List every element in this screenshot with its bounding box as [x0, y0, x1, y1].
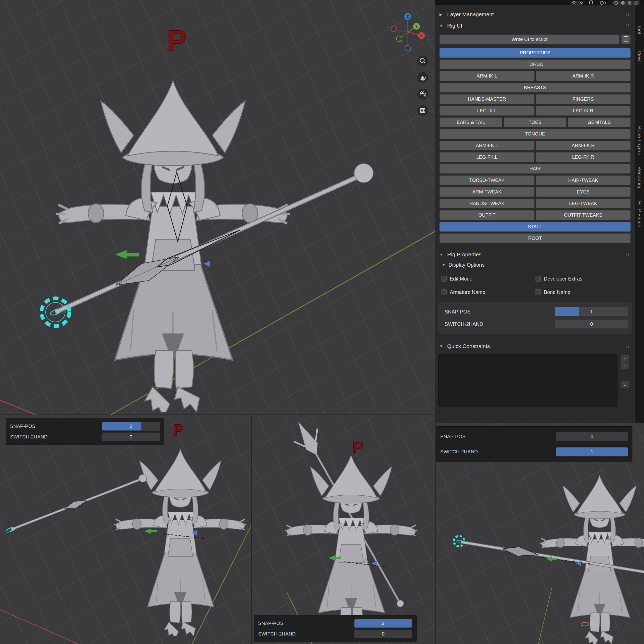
rig-layer-button-root[interactable]: ROOT	[439, 233, 631, 243]
rig-layer-button-staff[interactable]: STAFF	[439, 222, 631, 232]
foot-widget[interactable]	[581, 622, 589, 626]
checkbox-box[interactable]	[535, 289, 541, 295]
axis-y-neg-ball[interactable]	[396, 36, 402, 42]
rig-layer-button-tongue[interactable]: TONGUE	[439, 129, 631, 139]
snap-pos-slider[interactable]: 1	[555, 307, 629, 316]
viewport-bottom-middle[interactable]: P	[251, 415, 435, 644]
rig-layer-button-leg-ik-r[interactable]: LEG-IK.R	[536, 106, 631, 116]
panel-grip-icon[interactable]	[625, 252, 631, 257]
checkbox-box[interactable]	[441, 289, 447, 295]
shading-solid-icon[interactable]	[621, 1, 625, 5]
snap-pos-slider[interactable]: 3	[354, 619, 412, 628]
character-model[interactable]	[56, 80, 290, 415]
remove-constraint-button[interactable]: −	[621, 362, 629, 370]
viewport-main[interactable]: P Z Y X	[0, 0, 435, 415]
checkbox-armature-name[interactable]: Armature Name	[441, 287, 535, 297]
rig-layer-button-hands-master[interactable]: HANDS-MASTER	[439, 94, 535, 104]
collapse-arrow-icon[interactable]: ▼	[442, 263, 445, 267]
snap-pos-slider[interactable]: 0	[556, 432, 628, 441]
pose-marker-text[interactable]: P	[352, 439, 363, 455]
rig-layer-button-properties[interactable]: PROPERTIES	[439, 48, 631, 58]
checkbox-edit-mode[interactable]: Edit Mode	[441, 274, 535, 284]
pose-marker-text[interactable]: P	[173, 422, 184, 438]
rig-layer-button-hair-tweak[interactable]: HAIR-TWEAK	[536, 175, 631, 185]
overlay-panel-bottom-left: SNAP-POS 2 SWITCH-2HAND 0	[6, 418, 164, 445]
zoom-tool-button[interactable]	[417, 56, 428, 66]
checkbox-developer-extras[interactable]: Developer Extras	[535, 274, 629, 284]
checkbox-box[interactable]	[535, 276, 541, 282]
shading-material-icon[interactable]	[628, 1, 631, 5]
subpanel-title: Display Options	[448, 262, 485, 268]
collapse-arrow-icon[interactable]: ▼	[439, 24, 444, 28]
checkbox-bone-name[interactable]: Bone Name	[535, 287, 629, 297]
collapse-arrow-icon[interactable]: ▼	[439, 252, 444, 257]
viewport-bottom-left[interactable]: P	[0, 415, 251, 644]
rig-layer-button-arm-fk-l[interactable]: ARM-FK.L	[439, 141, 535, 150]
rig-layer-button-genitals[interactable]: GENITALS	[568, 117, 631, 127]
panel-header-layer-management[interactable]: ▶ Layer Management	[435, 9, 635, 20]
constraints-menu-button[interactable]: ⌄	[621, 380, 629, 388]
rig-layer-button-hands-tweak[interactable]: HANDS-TWEAK	[439, 199, 535, 208]
rig-layer-button-outfit-tweaks[interactable]: OUTFIT TWEAKS	[536, 210, 631, 220]
shading-rendered-icon[interactable]	[634, 1, 638, 5]
sidebar-tab-tool[interactable]: Tool	[637, 25, 642, 34]
constraints-list-box[interactable]	[438, 354, 618, 407]
switch-2hand-slider[interactable]: 0	[555, 319, 629, 329]
rig-layer-button-leg-tweak[interactable]: LEG-TWEAK	[536, 199, 631, 208]
rig-layer-button-arm-tweak[interactable]: ARM-TWEAK	[439, 187, 535, 197]
switch-2hand-slider[interactable]: 0	[354, 630, 412, 638]
rig-layer-button-arm-ik-l[interactable]: ARM-IK.L	[439, 71, 535, 81]
rig-layer-button-leg-ik-l[interactable]: LEG-IK.L	[439, 106, 535, 116]
panel-grip-icon[interactable]	[625, 12, 631, 16]
viewport-shading-icons[interactable]	[612, 0, 640, 5]
rig-layer-button-eyes[interactable]: EYES	[536, 187, 631, 197]
rig-layer-button-toes[interactable]: TOES	[504, 117, 566, 127]
rig-layer-button-leg-fk-l[interactable]: LEG-FK.L	[439, 152, 535, 162]
view-axis-gizmo[interactable]: Z Y X	[391, 11, 427, 55]
rig-layer-button-leg-fk-r[interactable]: LEG-FK.R	[536, 152, 631, 162]
slider-value: 0	[354, 630, 412, 638]
sidebar-tab-renaming[interactable]: Renaming	[637, 166, 642, 190]
snap-magnet-icon[interactable]	[588, 0, 594, 5]
switch-2hand-slider[interactable]: 1	[556, 447, 628, 456]
panel-header-quick-constraints[interactable]: ▼ Quick Constraints	[435, 341, 635, 352]
camera-view-button[interactable]	[417, 89, 428, 99]
rig-layer-button-torso[interactable]: TORSO	[439, 60, 631, 69]
slider-label: SWITCH-2HAND	[440, 449, 556, 455]
rig-layer-button-arm-ik-r[interactable]: ARM-IK.R	[536, 71, 631, 81]
collapse-arrow-icon[interactable]: ▼	[439, 344, 444, 348]
sidebar-tab-view[interactable]: View	[637, 51, 642, 62]
panel-title: Quick Constraints	[447, 343, 490, 349]
snap-pos-slider[interactable]: 2	[102, 422, 160, 431]
character-model[interactable]	[114, 449, 247, 639]
script-icon-button[interactable]	[621, 35, 631, 44]
add-constraint-button[interactable]: +	[621, 354, 629, 362]
mode-dropdown-icon[interactable]	[570, 0, 583, 5]
pose-marker-text[interactable]: P	[167, 26, 187, 55]
axis-x-neg-ball[interactable]	[391, 26, 397, 32]
panel-grip-icon[interactable]	[625, 24, 631, 28]
subpanel-header-display-options[interactable]: ▼ Display Options	[435, 260, 635, 269]
rig-layer-button-ears-tail[interactable]: EARS & TAIL	[439, 117, 502, 127]
staff-object[interactable]	[55, 164, 373, 312]
axis-z-neg-ball[interactable]	[405, 45, 411, 51]
orthographic-grid-button[interactable]	[417, 105, 428, 116]
rig-layer-button-fingers[interactable]: FINGERS	[536, 94, 631, 104]
rig-layer-button-hair[interactable]: HAIR	[439, 164, 631, 174]
rig-layer-button-breasts[interactable]: BREASTS	[439, 83, 631, 92]
rig-layer-button-outfit[interactable]: OUTFIT	[439, 210, 535, 220]
panel-header-rig-properties[interactable]: ▼ Rig Properties	[435, 249, 635, 260]
panel-header-rig-ui[interactable]: ▼ Rig UI	[435, 20, 635, 31]
switch-2hand-slider[interactable]: 0	[102, 433, 160, 441]
panel-grip-icon[interactable]	[625, 344, 631, 348]
pan-tool-button[interactable]	[417, 72, 428, 83]
write-ui-to-script-button[interactable]: Write UI to script	[439, 35, 620, 44]
sidebar-tab-flip-fluids[interactable]: FLIP Fluids	[637, 201, 642, 227]
checkbox-box[interactable]	[441, 276, 447, 282]
rig-layer-button-arm-fk-r[interactable]: ARM-FK.R	[536, 141, 631, 150]
rig-layer-button-torso-tweak[interactable]: TORSO-TWEAK	[439, 175, 535, 185]
proportional-edit-icon[interactable]	[599, 0, 607, 5]
sidebar-tab-bone-layers[interactable]: Bone Layers	[637, 126, 642, 155]
slider-value: 0	[555, 320, 628, 328]
collapse-arrow-icon[interactable]: ▶	[439, 12, 444, 16]
